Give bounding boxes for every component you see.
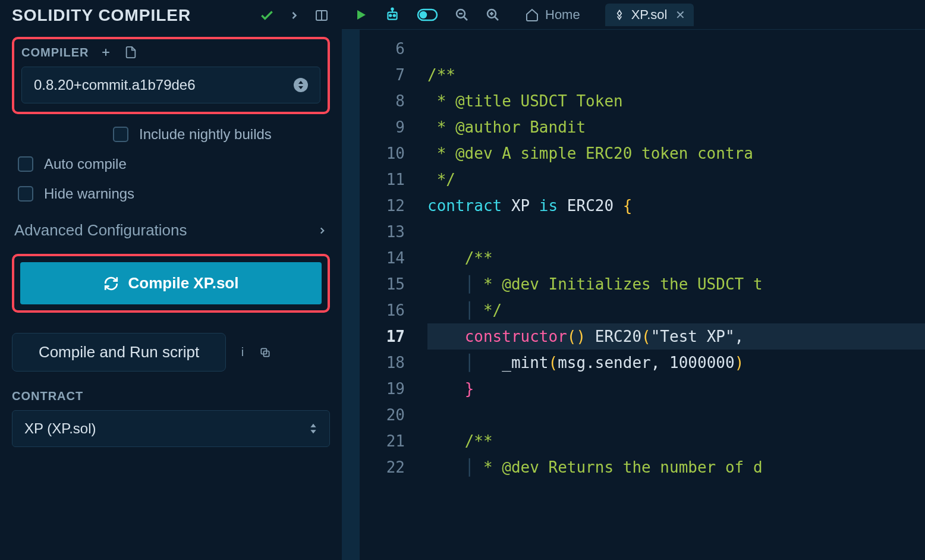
- chevron-right-icon[interactable]: [286, 7, 303, 24]
- hide-warnings-checkbox[interactable]: [18, 186, 33, 202]
- tab-file-label: XP.sol: [631, 7, 668, 23]
- layout-icon[interactable]: [313, 7, 330, 24]
- include-nightly-checkbox[interactable]: [113, 127, 128, 142]
- advanced-configurations-label: Advanced Configurations: [14, 221, 187, 240]
- contract-value: XP (XP.sol): [24, 420, 96, 437]
- panel-header-icons: [259, 7, 330, 24]
- zoom-in-icon[interactable]: [486, 8, 500, 22]
- editor-toolbar: Home XP.sol ✕: [342, 0, 925, 30]
- zoom-out-icon[interactable]: [455, 8, 469, 22]
- svg-line-19: [464, 17, 467, 20]
- solidity-compiler-panel: SOLIDITY COMPILER COMPILER 0.8.20+commit…: [0, 0, 342, 560]
- run-icon[interactable]: [354, 8, 368, 22]
- svg-marker-4: [298, 81, 303, 84]
- svg-marker-9: [310, 430, 316, 433]
- compile-success-icon[interactable]: [259, 7, 275, 24]
- info-icon[interactable]: i: [235, 345, 250, 359]
- tab-home[interactable]: Home: [517, 4, 589, 26]
- toggle-icon[interactable]: [417, 8, 438, 21]
- compile-button-label: Compile XP.sol: [128, 274, 239, 292]
- compiler-version-value: 0.8.20+commit.a1b79de6: [34, 77, 196, 93]
- tab-home-label: Home: [545, 7, 580, 23]
- include-nightly-row: Include nightly builds: [12, 126, 330, 143]
- code-editor[interactable]: 678910111213141516171819202122 /** * @ti…: [342, 30, 925, 560]
- editor-pane: Home XP.sol ✕ 67891011121314151617181920…: [342, 0, 925, 560]
- contract-select[interactable]: XP (XP.sol): [12, 410, 330, 447]
- code-area[interactable]: /** * @title USDCT Token * @author Bandi…: [419, 30, 925, 560]
- hide-warnings-label: Hide warnings: [44, 185, 134, 202]
- copy-icon[interactable]: [259, 347, 273, 358]
- robot-icon[interactable]: [385, 7, 400, 23]
- fold-gutter: [342, 30, 360, 560]
- contract-label: CONTRACT: [12, 389, 330, 403]
- auto-compile-label: Auto compile: [44, 156, 127, 172]
- compile-run-script-button[interactable]: Compile and Run script: [12, 333, 226, 372]
- compile-run-script-label: Compile and Run script: [39, 343, 199, 361]
- compiler-section-highlight: COMPILER 0.8.20+commit.a1b79de6: [12, 37, 330, 114]
- svg-point-17: [420, 12, 426, 18]
- compile-button-highlight: Compile XP.sol: [12, 254, 330, 313]
- advanced-configurations-toggle[interactable]: Advanced Configurations: [12, 215, 330, 254]
- line-number-gutter: 678910111213141516171819202122: [360, 30, 419, 560]
- compiler-label-row: COMPILER: [21, 44, 320, 61]
- select-chevron-icon: [294, 78, 308, 92]
- include-nightly-label: Include nightly builds: [139, 126, 272, 143]
- file-icon[interactable]: [122, 44, 139, 61]
- compiler-label: COMPILER: [21, 46, 89, 59]
- compiler-version-select[interactable]: 0.8.20+commit.a1b79de6: [21, 67, 320, 103]
- svg-point-13: [394, 14, 395, 16]
- compile-button[interactable]: Compile XP.sol: [18, 260, 324, 307]
- select-chevron-icon: [309, 423, 317, 434]
- svg-point-12: [389, 14, 391, 16]
- svg-point-15: [391, 8, 393, 10]
- run-script-row: Compile and Run script i: [12, 333, 330, 372]
- tab-close-icon[interactable]: ✕: [675, 8, 685, 22]
- svg-line-22: [495, 17, 498, 20]
- svg-marker-10: [357, 10, 366, 20]
- auto-compile-row: Auto compile: [12, 156, 330, 172]
- panel-header: SOLIDITY COMPILER: [12, 6, 330, 25]
- panel-title: SOLIDITY COMPILER: [12, 6, 191, 25]
- plus-icon[interactable]: [97, 44, 114, 61]
- hide-warnings-row: Hide warnings: [12, 185, 330, 202]
- svg-marker-5: [298, 86, 303, 89]
- tab-file[interactable]: XP.sol ✕: [605, 4, 694, 26]
- svg-marker-8: [310, 424, 316, 427]
- auto-compile-checkbox[interactable]: [18, 156, 33, 172]
